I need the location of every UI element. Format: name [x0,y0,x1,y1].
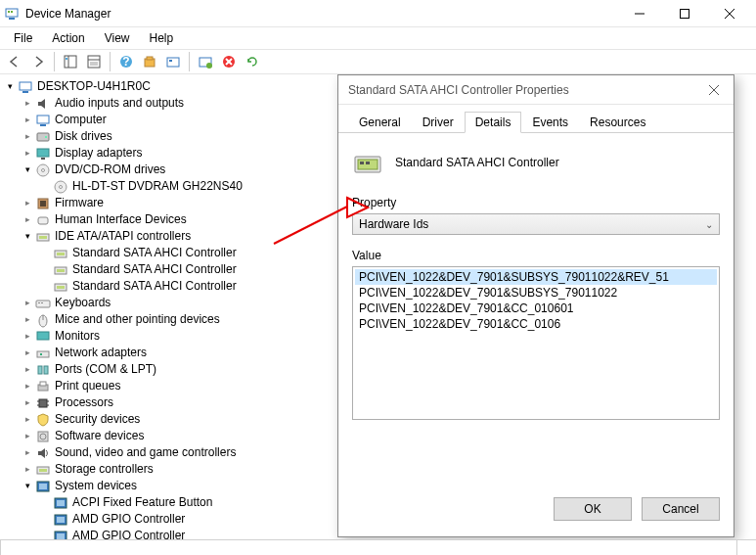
tree-twisty[interactable] [22,298,33,309]
tree-item-label[interactable]: DVD/CD-ROM drives [55,162,165,177]
forward-button[interactable] [27,51,49,72]
ide-icon [53,246,68,261]
tree-twisty[interactable] [22,198,33,209]
tree-item-label[interactable]: AMD GPIO Controller [72,511,185,527]
action1-icon[interactable] [139,51,160,72]
device-manager-icon [4,6,20,22]
tree-item-label[interactable]: Standard SATA AHCI Controller [72,278,237,294]
tree-item-label[interactable]: Keyboards [55,295,111,310]
value-listbox[interactable]: PCI\VEN_1022&DEV_7901&SUBSYS_79011022&RE… [352,266,720,420]
menu-file[interactable]: File [4,29,42,47]
tree-item-label[interactable]: Mice and other pointing devices [55,311,220,327]
tree-item-label[interactable]: Display adapters [55,145,142,161]
tab-resources[interactable]: Resources [579,112,656,133]
svg-rect-56 [40,353,42,355]
tree-item-label[interactable]: Storage controllers [55,461,154,477]
tree-twisty[interactable] [22,414,33,426]
tree-twisty[interactable] [22,364,33,376]
menu-action[interactable]: Action [42,29,94,47]
tree-item-label[interactable]: Security devices [55,411,140,427]
tree-item-label[interactable]: Monitors [55,328,100,344]
mouse-icon [35,312,51,328]
svg-text:?: ? [122,55,129,69]
tree-item-label[interactable]: Disk drives [55,128,112,144]
processor-icon [35,395,51,411]
tree-item-label[interactable]: AMD GPIO Controller [72,528,185,539]
tree-twisty[interactable] [22,331,33,343]
refresh-icon[interactable] [242,51,263,72]
cancel-button[interactable]: Cancel [642,497,720,521]
svg-rect-40 [38,217,48,224]
tree-item-label[interactable]: HL-DT-ST DVDRAM GH22NS40 [72,178,243,194]
show-hide-console-tree-icon[interactable] [60,51,81,72]
tree-twisty[interactable] [22,148,33,160]
ide-icon [35,229,51,245]
close-button[interactable] [707,0,752,27]
tree-twisty[interactable] [22,214,33,226]
tab-general[interactable]: General [348,112,412,133]
hid-icon [35,212,51,228]
menu-view[interactable]: View [95,29,140,47]
tab-driver[interactable]: Driver [412,112,465,133]
back-button[interactable] [4,51,25,72]
window-title: Device Manager [25,7,617,21]
tree-item-label[interactable]: Network adapters [55,345,147,360]
tree-twisty[interactable] [22,164,33,176]
tree-item-label[interactable]: System devices [55,478,137,493]
tree-twisty[interactable] [22,131,33,143]
menu-bar: File Action View Help [0,27,756,49]
firmware-icon [35,196,51,211]
tree-item-label[interactable]: DESKTOP-U4H1R0C [37,78,151,94]
tree-twisty[interactable] [22,231,33,243]
dialog-close-button[interactable] [694,75,734,105]
device-tree[interactable]: DESKTOP-U4H1R0CAudio inputs and outputsC… [0,74,357,539]
tree-item-label[interactable]: Computer [55,112,107,127]
tab-events[interactable]: Events [521,112,579,133]
tree-twisty[interactable] [22,447,33,459]
svg-rect-57 [38,366,42,374]
property-combobox[interactable]: Hardware Ids ⌄ [352,213,720,235]
hardware-id-item[interactable]: PCI\VEN_1022&DEV_7901&SUBSYS_79011022 [355,285,717,301]
tree-item-label[interactable]: Standard SATA AHCI Controller [72,261,237,277]
tree-twisty[interactable] [22,464,33,476]
scan-hardware-icon[interactable] [195,51,216,72]
tree-twisty[interactable] [22,397,33,409]
hardware-id-item[interactable]: PCI\VEN_1022&DEV_7901&CC_0106 [355,316,717,332]
tree-twisty[interactable] [4,81,16,93]
hardware-id-item[interactable]: PCI\VEN_1022&DEV_7901&CC_010601 [355,301,717,316]
tree-item-label[interactable]: Human Interface Devices [55,211,187,227]
tree-item-label[interactable]: ACPI Fixed Feature Button [72,494,212,510]
tree-twisty[interactable] [22,115,33,126]
tree-item-label[interactable]: Standard SATA AHCI Controller [72,245,237,260]
tree-twisty[interactable] [22,314,33,326]
tab-details[interactable]: Details [465,112,522,133]
properties-icon[interactable] [83,51,105,72]
tree-item-label[interactable]: Print queues [55,378,120,393]
tree-twisty[interactable] [22,347,33,359]
svg-rect-39 [40,201,46,207]
help-icon[interactable]: ? [115,51,137,72]
tree-item-label[interactable]: Processors [55,394,113,410]
uninstall-icon[interactable] [218,51,240,72]
tree-twisty[interactable] [22,481,33,492]
tree-item-label[interactable]: Ports (COM & LPT) [55,361,156,377]
tree-item-label[interactable]: Firmware [55,195,104,210]
menu-help[interactable]: Help [140,29,184,47]
tree-twisty[interactable] [22,98,33,110]
tree-item-label[interactable]: Sound, video and game controllers [55,444,236,460]
tree-item-label[interactable]: Audio inputs and outputs [55,95,184,111]
dvd-icon [53,179,68,195]
svg-rect-19 [167,58,179,67]
hardware-id-item[interactable]: PCI\VEN_1022&DEV_7901&SUBSYS_79011022&RE… [355,269,717,285]
computer-icon [35,113,51,128]
ok-button[interactable]: OK [554,497,632,521]
tree-twisty[interactable] [22,381,33,393]
sound-icon [35,445,51,461]
maximize-button[interactable] [662,0,707,27]
svg-rect-18 [147,57,153,60]
action2-icon[interactable] [162,51,184,72]
minimize-button[interactable] [617,0,662,27]
tree-item-label[interactable]: IDE ATA/ATAPI controllers [55,228,191,244]
tree-twisty[interactable] [22,431,33,442]
tree-item-label[interactable]: Software devices [55,428,144,443]
